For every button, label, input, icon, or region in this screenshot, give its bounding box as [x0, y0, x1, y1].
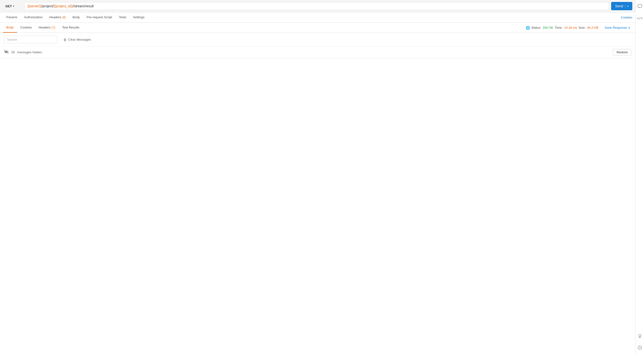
- tab-body[interactable]: Body: [69, 12, 83, 22]
- url-bar: GET ▾ {{server}}/project/{{project_id}}/…: [0, 0, 635, 12]
- save-response-arrow: ∨: [628, 26, 630, 30]
- hidden-text: messages hidden: [17, 50, 42, 54]
- time-label: Time:: [555, 26, 563, 30]
- tab-tests[interactable]: Tests: [116, 12, 130, 22]
- code-icon[interactable]: </>: [636, 14, 643, 22]
- response-tab-body[interactable]: Body: [3, 23, 17, 32]
- hidden-count: 29: [11, 50, 14, 54]
- project-id-variable: {{project_id}}: [54, 4, 73, 8]
- method-dropdown[interactable]: GET ▾: [3, 3, 22, 10]
- response-headers-label: Headers: [39, 26, 52, 29]
- headers-badge: (8): [62, 16, 66, 19]
- tab-params[interactable]: Params: [3, 12, 21, 22]
- search-wrapper: [4, 36, 58, 43]
- info-icon[interactable]: [636, 344, 643, 351]
- trash-icon: 🗑: [63, 38, 67, 42]
- svg-rect-1: [638, 4, 642, 7]
- headers-label: Headers: [50, 15, 62, 19]
- request-tabs-bar: Params Authorization Headers (8) Body Pr…: [0, 12, 635, 23]
- response-tabs-bar: Body Cookies Headers (7) Test Results 🌐 …: [0, 23, 635, 33]
- tab-headers[interactable]: Headers (8): [46, 12, 69, 22]
- search-clear-bar: 🗑 Clear Messages: [0, 33, 635, 46]
- bulb-icon[interactable]: [636, 332, 643, 340]
- save-response-button[interactable]: Save Response ∨: [602, 25, 632, 30]
- status-label: Status:: [531, 26, 541, 30]
- hidden-messages-left: 29 messages hidden: [4, 50, 42, 55]
- save-response-label: Save Response: [604, 26, 627, 30]
- globe-icon: 🌐: [526, 26, 530, 30]
- cookies-link[interactable]: Cookies: [621, 16, 632, 19]
- status-value: 200 OK: [542, 26, 553, 30]
- response-tab-test-results[interactable]: Test Results: [59, 23, 83, 32]
- time-value: 13.16 ms: [564, 26, 577, 30]
- clear-messages-button[interactable]: 🗑 Clear Messages: [61, 36, 93, 43]
- size-label: Size:: [578, 26, 586, 30]
- tab-authorization[interactable]: Authorization: [21, 12, 46, 22]
- size-value: 44.2 KB: [587, 26, 598, 30]
- method-value: GET: [5, 4, 12, 8]
- response-tab-cookies[interactable]: Cookies: [17, 23, 35, 32]
- url-suffix: /stream/result: [73, 4, 94, 8]
- send-label: Send: [615, 4, 623, 8]
- hidden-messages-row: 29 messages hidden Restore: [0, 46, 635, 58]
- response-headers-badge: (7): [51, 26, 55, 29]
- restore-button[interactable]: Restore: [613, 49, 631, 56]
- eye-slash-icon: [4, 50, 9, 55]
- send-button[interactable]: Send ▾: [611, 2, 632, 10]
- comment-icon[interactable]: [636, 3, 643, 10]
- search-input[interactable]: [4, 36, 58, 43]
- url-input-display[interactable]: {{server}}/project/{{project_id}}/stream…: [24, 2, 609, 10]
- tab-pre-request[interactable]: Pre-request Script: [83, 12, 116, 22]
- right-sidebar: </>: [635, 0, 644, 354]
- clear-messages-label: Clear Messages: [68, 38, 91, 42]
- status-bar: 🌐 Status: 200 OK Time: 13.16 ms Size: 44…: [526, 25, 632, 30]
- response-tab-headers[interactable]: Headers (7): [35, 23, 59, 32]
- url-middle: /project/: [42, 4, 54, 8]
- server-variable: {{server}}: [28, 4, 42, 8]
- send-divider: [625, 4, 625, 8]
- method-chevron: ▾: [13, 5, 14, 8]
- send-arrow: ▾: [627, 5, 628, 8]
- tab-settings[interactable]: Settings: [130, 12, 148, 22]
